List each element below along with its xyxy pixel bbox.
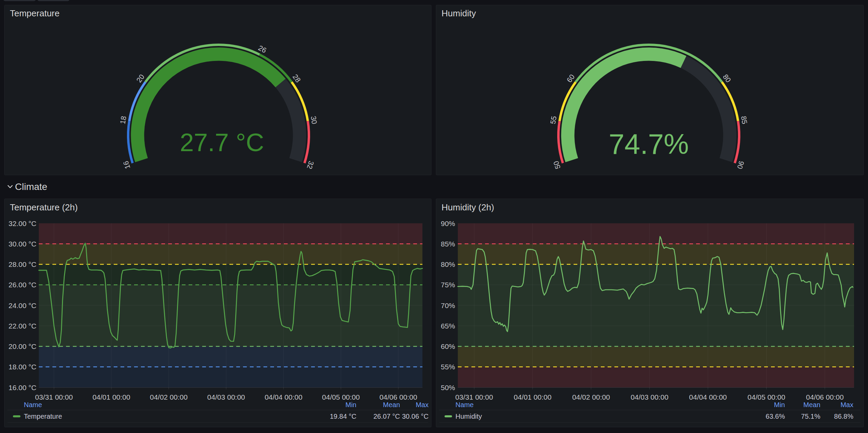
svg-text:28.00 °C: 28.00 °C bbox=[9, 260, 36, 268]
svg-text:04/01 00:00: 04/01 00:00 bbox=[514, 393, 551, 401]
svg-text:50%: 50% bbox=[441, 384, 455, 391]
svg-text:Temperature: Temperature bbox=[24, 413, 62, 420]
svg-text:Max: Max bbox=[840, 401, 853, 408]
svg-text:16.00 °C: 16.00 °C bbox=[9, 384, 36, 391]
svg-text:Humidity: Humidity bbox=[441, 8, 476, 18]
svg-text:Temperature (2h): Temperature (2h) bbox=[10, 202, 78, 212]
svg-text:30.00 °C: 30.00 °C bbox=[9, 240, 36, 248]
svg-text:18.00 °C: 18.00 °C bbox=[9, 363, 36, 371]
svg-text:65%: 65% bbox=[441, 322, 455, 330]
svg-text:26.07 °C: 26.07 °C bbox=[373, 413, 400, 420]
svg-text:03/31 00:00: 03/31 00:00 bbox=[455, 393, 493, 401]
svg-text:Humidity: Humidity bbox=[455, 413, 482, 420]
svg-text:04/02 00:00: 04/02 00:00 bbox=[572, 393, 610, 401]
svg-text:Max: Max bbox=[416, 401, 429, 408]
svg-text:Temperature: Temperature bbox=[10, 8, 60, 18]
svg-text:86.8%: 86.8% bbox=[834, 413, 853, 420]
svg-text:Min: Min bbox=[774, 401, 785, 408]
svg-text:60%: 60% bbox=[441, 342, 455, 350]
svg-text:30.06 °C: 30.06 °C bbox=[402, 413, 429, 420]
svg-text:32.00 °C: 32.00 °C bbox=[9, 220, 36, 227]
svg-text:75%: 75% bbox=[441, 281, 455, 289]
svg-text:63.6%: 63.6% bbox=[766, 413, 785, 420]
svg-text:26.00 °C: 26.00 °C bbox=[9, 281, 36, 289]
svg-text:04/03 00:00: 04/03 00:00 bbox=[207, 393, 245, 401]
svg-text:Climate: Climate bbox=[15, 181, 47, 192]
svg-text:30: 30 bbox=[309, 115, 318, 125]
svg-text:80%: 80% bbox=[441, 260, 455, 268]
svg-text:04/04 00:00: 04/04 00:00 bbox=[689, 393, 727, 401]
svg-text:04/06 00:00: 04/06 00:00 bbox=[806, 393, 844, 401]
svg-text:20.00 °C: 20.00 °C bbox=[9, 342, 36, 350]
svg-text:19.84 °C: 19.84 °C bbox=[330, 413, 356, 420]
svg-text:18: 18 bbox=[118, 115, 127, 125]
svg-text:74.7%: 74.7% bbox=[609, 128, 689, 160]
svg-text:22.00 °C: 22.00 °C bbox=[9, 322, 36, 330]
svg-text:Humidity (2h): Humidity (2h) bbox=[441, 202, 494, 212]
svg-text:04/05 00:00: 04/05 00:00 bbox=[322, 393, 360, 401]
svg-text:85: 85 bbox=[740, 115, 749, 125]
svg-text:55%: 55% bbox=[441, 363, 455, 371]
svg-text:03/31 00:00: 03/31 00:00 bbox=[35, 393, 73, 401]
svg-text:04/05 00:00: 04/05 00:00 bbox=[748, 393, 785, 401]
svg-text:04/02 00:00: 04/02 00:00 bbox=[150, 393, 188, 401]
svg-text:85%: 85% bbox=[441, 240, 455, 248]
svg-text:04/04 00:00: 04/04 00:00 bbox=[264, 393, 302, 401]
svg-text:Min: Min bbox=[345, 401, 356, 408]
svg-text:Name: Name bbox=[24, 401, 42, 408]
svg-text:Mean: Mean bbox=[803, 401, 820, 408]
svg-text:04/03 00:00: 04/03 00:00 bbox=[631, 393, 669, 401]
svg-text:04/01 00:00: 04/01 00:00 bbox=[93, 393, 130, 401]
svg-text:70%: 70% bbox=[441, 302, 455, 309]
svg-text:27.7 °C: 27.7 °C bbox=[180, 128, 264, 157]
svg-text:Name: Name bbox=[455, 401, 473, 408]
svg-text:55: 55 bbox=[549, 115, 558, 125]
svg-text:90%: 90% bbox=[441, 220, 455, 227]
svg-text:04/06 00:00: 04/06 00:00 bbox=[380, 393, 417, 401]
svg-text:Mean: Mean bbox=[383, 401, 400, 408]
svg-text:24.00 °C: 24.00 °C bbox=[9, 302, 36, 309]
svg-text:75.1%: 75.1% bbox=[801, 413, 820, 420]
